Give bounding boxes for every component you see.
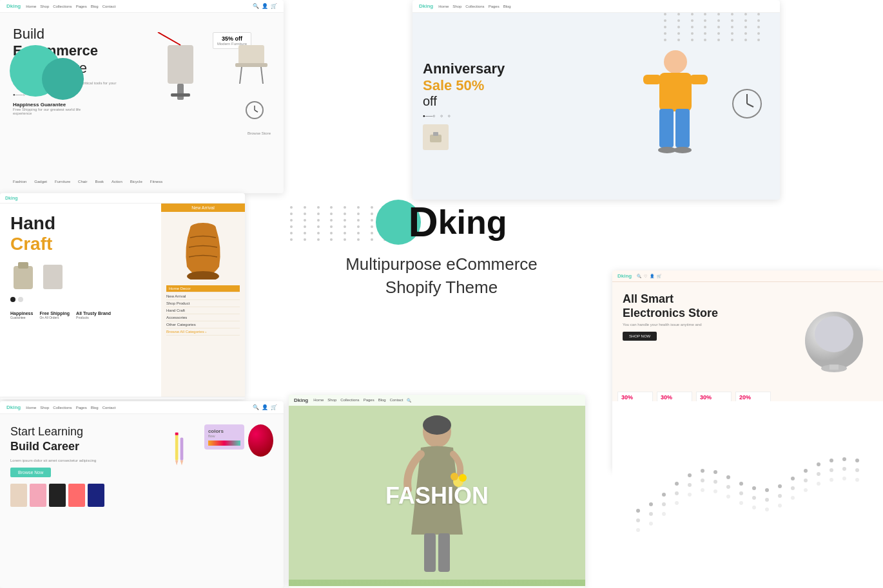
hand-text: Hand xyxy=(10,213,55,233)
disc-pct-1: 30% xyxy=(621,394,649,401)
svg-point-85 xyxy=(778,494,782,498)
electronics-product xyxy=(795,292,873,376)
svg-point-73 xyxy=(855,459,859,462)
disc-pct-2: 30% xyxy=(661,394,688,401)
dot xyxy=(304,232,306,234)
clock-product xyxy=(245,100,264,122)
svg-point-65 xyxy=(752,486,756,490)
menu-accessories[interactable]: Accessories xyxy=(166,314,240,321)
craft-text: Craft xyxy=(10,234,151,254)
cat-gadget: Gadget xyxy=(34,180,47,184)
electronics-headline: All Smart Electronics Store xyxy=(623,292,789,320)
panel-bottom-right xyxy=(612,401,883,588)
panel-fashion: Dking HomeShopCollectionsPagesBlogContac… xyxy=(289,395,585,588)
learning-cta-button[interactable]: Browse Now xyxy=(10,468,51,477)
learning-content: Start Learning Build Career Lorem ipsum … xyxy=(0,414,284,585)
svg-point-79 xyxy=(701,479,704,482)
dot-pattern-tr xyxy=(651,0,780,200)
user-icon: 👤 xyxy=(262,3,268,9)
search-icon: 🔍 xyxy=(407,398,411,403)
handcraft-menu: Home Decor New Arrival Shop Product Hand… xyxy=(161,283,245,338)
learning-nav-items: HomeShopCollectionsPagesBlogContact xyxy=(26,406,115,410)
svg-point-78 xyxy=(688,483,692,487)
stat-shipping: Free ShippingOn All Orders xyxy=(39,311,70,319)
menu-hand-craft[interactable]: Hand Craft xyxy=(166,307,240,314)
cat-action: Action xyxy=(112,180,122,184)
stat-happiness: HappinessGuarantee xyxy=(10,311,33,319)
ecommerce-nav: Dking Home Shop Collections Pages Blog C… xyxy=(0,0,284,13)
svg-point-64 xyxy=(739,482,743,486)
dot xyxy=(304,225,306,228)
electronics-text: All Smart Electronics Store You can hand… xyxy=(623,292,789,376)
svg-point-86 xyxy=(791,486,795,490)
cat-chair: Chair xyxy=(78,180,87,184)
disc-pct-3: 30% xyxy=(700,394,728,401)
svg-point-96 xyxy=(688,493,692,497)
learning-nav-icons: 🔍 👤 🛒 xyxy=(253,404,277,410)
svg-point-61 xyxy=(701,469,704,473)
colors-flow-book: colors flow xyxy=(204,424,244,450)
cart-icon: 🛒 xyxy=(271,404,277,410)
svg-rect-25 xyxy=(18,262,28,269)
dot xyxy=(304,213,306,215)
svg-point-66 xyxy=(765,488,769,492)
learning-headline: Start Learning Build Career xyxy=(10,424,160,455)
svg-rect-0 xyxy=(177,84,184,100)
svg-point-109 xyxy=(855,478,859,482)
svg-point-91 xyxy=(855,468,859,472)
svg-point-106 xyxy=(817,482,820,486)
tagline-line1: Multipurpose eCommerce xyxy=(345,254,538,274)
cat-bicycle: Bicycle xyxy=(130,180,142,184)
svg-point-57 xyxy=(649,502,653,506)
svg-point-93 xyxy=(649,522,653,526)
fashion-content: FASHION xyxy=(289,406,585,586)
svg-point-70 xyxy=(817,462,820,466)
menu-home-decor[interactable]: Home Decor xyxy=(166,285,240,292)
svg-point-59 xyxy=(675,482,679,486)
svg-point-60 xyxy=(688,473,692,477)
anniversary-nav-items: HomeShopCollectionsPagesBlog xyxy=(438,5,510,8)
browse-store-link[interactable]: Browse Store xyxy=(247,131,271,135)
electronics-product-svg xyxy=(799,292,869,376)
electronics-logo: Dking xyxy=(617,273,632,279)
panel-handcraft: Dking Hand Craft xyxy=(0,193,245,399)
learning-logo: Dking xyxy=(6,404,21,410)
menu-browse-all[interactable]: Browse All Categories › xyxy=(166,328,240,336)
svg-point-102 xyxy=(765,507,769,511)
svg-point-68 xyxy=(791,477,795,480)
hc-logo: Dking xyxy=(5,196,17,200)
svg-point-63 xyxy=(726,475,730,479)
categories-bar: Fashion Gadget Furniture Chair Book Acti… xyxy=(13,180,271,184)
ecommerce-nav-items: Home Shop Collections Pages Blog Contact xyxy=(26,5,115,8)
learning-sub: Lorem ipsum dolor sit amet consectetur a… xyxy=(10,459,160,462)
anniversary-sale: Sale 50% xyxy=(423,77,620,94)
logo-king-text: king xyxy=(438,205,507,239)
svg-rect-55 xyxy=(438,533,450,572)
logo-text: D king xyxy=(408,202,507,243)
ecommerce-nav-icons: 🔍 👤 🛒 xyxy=(253,3,277,9)
svg-point-67 xyxy=(778,484,782,488)
new-arrival-badge: New Arrival xyxy=(161,204,245,212)
svg-point-83 xyxy=(752,496,756,500)
svg-rect-12 xyxy=(433,132,438,136)
menu-shop-product[interactable]: Shop Product xyxy=(166,300,240,307)
handcraft-title: Hand xyxy=(10,214,151,234)
svg-point-82 xyxy=(739,491,743,495)
menu-other-categories[interactable]: Other Categories xyxy=(166,321,240,328)
menu-new-arrival[interactable]: New Arrival xyxy=(166,293,240,300)
svg-point-108 xyxy=(842,477,846,480)
electronics-cta-button[interactable]: SHOP NOW xyxy=(623,332,657,341)
svg-point-28 xyxy=(187,271,219,280)
fashion-logo: Dking xyxy=(294,397,308,403)
svg-point-58 xyxy=(662,493,666,497)
product-display: 35% off Modern Furniture xyxy=(142,19,271,135)
lamp-svg xyxy=(155,32,206,103)
svg-point-104 xyxy=(791,496,795,500)
learning-line2: Build Career xyxy=(10,440,79,453)
svg-point-77 xyxy=(675,491,679,495)
svg-point-103 xyxy=(778,504,782,507)
anniversary-off: off xyxy=(423,94,620,109)
book-3 xyxy=(49,484,66,507)
lamp-product xyxy=(155,32,206,106)
svg-point-87 xyxy=(804,479,808,482)
